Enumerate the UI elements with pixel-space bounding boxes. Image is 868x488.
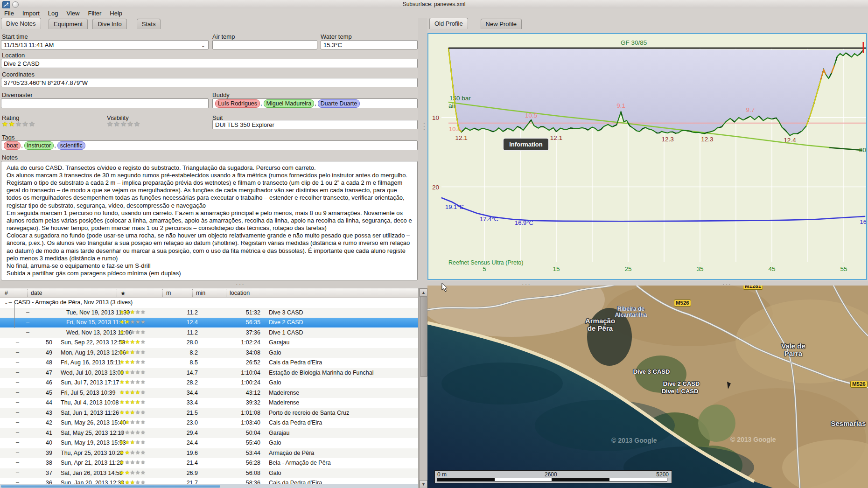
- table-row[interactable]: –48Fri, Aug 16, 2013 15:11★★★★★8.526:52C…: [0, 358, 418, 368]
- horizontal-scrollbar[interactable]: [0, 484, 418, 488]
- cell-duration: 37:36: [210, 329, 260, 336]
- buddy-input[interactable]: Luís Rodrigues,Miguel Madureira,Duarte D…: [212, 98, 418, 108]
- table-row[interactable]: –46Sun, Jul 7, 2013 17:17★★★★★28.21:00:2…: [0, 378, 418, 388]
- column-header-date[interactable]: date: [31, 290, 42, 296]
- tab-stats[interactable]: Stats: [137, 19, 161, 29]
- chevron-down-icon[interactable]: ⌄: [201, 42, 205, 49]
- start-time-input[interactable]: 11/15/13 11:41 AM⌄: [1, 40, 209, 49]
- tab-dive-info[interactable]: Dive Info: [92, 19, 126, 29]
- coordinates-input[interactable]: 37°05'23.460"N 8°20'47.879"W: [1, 78, 418, 87]
- table-row[interactable]: –40Sun, May 19, 2013 15:53★★★★★24.455:40…: [0, 438, 418, 448]
- splitter-handle[interactable]: ···: [236, 280, 245, 288]
- table-row[interactable]: –41Sat, May 25, 2013 12:19★★★★★29.450:04…: [0, 428, 418, 438]
- dive-site-map[interactable]: Armaçãode Pêra Ribeira deAlcantarilha Va…: [427, 286, 868, 488]
- column-separator[interactable]: [117, 289, 117, 297]
- scroll-up-button[interactable]: ▲: [420, 288, 427, 297]
- menu-item-import[interactable]: Import: [18, 8, 44, 18]
- table-row[interactable]: –37Sat, Jan 26, 2013 14:58★★★★★26.956:08…: [0, 468, 418, 478]
- visibility-stars[interactable]: ★★★★★: [107, 120, 140, 128]
- cell-duration: 43:12: [210, 390, 260, 396]
- dive-list-scrollbar[interactable]: ▲ ▼: [419, 288, 428, 488]
- cell-number: 39: [28, 450, 52, 456]
- tab-dive-notes[interactable]: Dive Notes: [1, 18, 41, 29]
- star-empty-icon: ★: [125, 329, 130, 335]
- chip-miguel-madureira[interactable]: Miguel Madureira: [264, 99, 315, 108]
- column-separator[interactable]: [27, 289, 28, 297]
- vertical-splitter[interactable]: [418, 18, 427, 281]
- tags-input[interactable]: boat,instructor,scientific: [1, 140, 418, 150]
- chip-luís-rodrigues[interactable]: Luís Rodrigues: [215, 99, 260, 108]
- table-row[interactable]: –47Wed, Jul 10, 2013 13:09★★★★★14.71:10:…: [0, 368, 418, 378]
- table-row[interactable]: –Tue, Nov 19, 2013 11:39★★★★★11.251:32Di…: [0, 308, 418, 318]
- table-row[interactable]: –Fri, Nov 15, 2013 11:41★★★★★12.456:35Di…: [0, 318, 418, 328]
- information-tooltip[interactable]: Information: [503, 138, 549, 151]
- scroll-down-button[interactable]: ▼: [420, 480, 427, 488]
- star-empty-icon: ★: [135, 429, 140, 436]
- scrollbar-thumb[interactable]: [420, 297, 427, 377]
- temperature-label: 16: [860, 218, 866, 225]
- column-separator[interactable]: [226, 289, 226, 297]
- table-row[interactable]: –50Sun, Sep 22, 2013 12:59★★★★★28.01:02:…: [0, 338, 418, 348]
- menu-item-filter[interactable]: Filter: [84, 8, 105, 18]
- suit-input[interactable]: DUI TLS 350 Explorer: [212, 120, 418, 129]
- column-header-num[interactable]: #: [5, 290, 8, 296]
- location-input[interactable]: Dive 2 CASD: [1, 59, 418, 68]
- dive-list-header[interactable]: #date★mminlocation: [0, 288, 418, 298]
- cell-location: Galo: [269, 349, 281, 356]
- star-filled-icon: ★: [130, 399, 135, 405]
- collapse-arrow-icon[interactable]: ⌄–: [4, 299, 12, 306]
- star-filled-icon: ★: [119, 369, 125, 376]
- group-row[interactable]: ⌄–CASD - Armação de Pêra, Nov 2013 (3 di…: [0, 298, 418, 307]
- star-filled-icon: ★: [125, 449, 130, 456]
- column-header-min[interactable]: min: [196, 290, 205, 296]
- dive-profile-chart[interactable]: 10.8150 barair8019.1°C17.4°C16.9°C16GF 3…: [427, 33, 867, 280]
- tab-equipment[interactable]: Equipment: [49, 19, 88, 29]
- cell-number: 49: [28, 349, 52, 356]
- cell-stars: ★★★★★: [119, 309, 146, 315]
- menu-item-help[interactable]: Help: [105, 8, 126, 18]
- rating-stars[interactable]: ★★★★★: [2, 120, 35, 128]
- menu-item-view[interactable]: View: [63, 8, 84, 18]
- chip-duarte-duarte[interactable]: Duarte Duarte: [318, 99, 360, 108]
- scrollbar-thumb[interactable]: [1, 485, 220, 488]
- water-temp-input[interactable]: 15.3°C: [321, 40, 418, 49]
- column-separator[interactable]: [192, 289, 193, 297]
- table-row[interactable]: –Wed, Nov 13, 2013 11:06★★★★★11.237:36Di…: [0, 328, 418, 338]
- road-badge-m526: M526: [674, 300, 691, 307]
- table-row[interactable]: –38Sun, Apr 21, 2013 11:28★★★★★21.456:28…: [0, 458, 418, 468]
- map-dive2-label: Dive 2 CASD: [658, 380, 705, 387]
- table-row[interactable]: –45Fri, Jul 5, 2013 10:39★★★★★34.443:12M…: [0, 388, 418, 398]
- cell-depth: 26.9: [168, 470, 198, 476]
- cell-location: Garajau: [269, 339, 289, 346]
- table-row[interactable]: –39Thu, Apr 25, 2013 10:28★★★★★19.653:44…: [0, 448, 418, 458]
- column-header-m[interactable]: m: [166, 290, 171, 296]
- cell-number: 42: [28, 419, 52, 426]
- air-temp-input[interactable]: [212, 40, 317, 49]
- column-header-stars[interactable]: ★: [120, 290, 126, 297]
- chip-boat[interactable]: boat: [4, 141, 21, 150]
- menu-item-file[interactable]: File: [0, 8, 18, 18]
- column-separator[interactable]: [162, 289, 163, 297]
- star-empty-icon: ★: [135, 359, 140, 365]
- star-empty-icon: ★: [140, 369, 146, 376]
- table-row[interactable]: –49Mon, Aug 19, 2013 12:06★★★★★8.234:08G…: [0, 348, 418, 358]
- chip-scientific[interactable]: scientific: [57, 141, 85, 150]
- chip-instructor[interactable]: instructor: [24, 141, 54, 150]
- time-axis-tick: 5: [483, 265, 486, 272]
- tab-old-profile[interactable]: Old Profile: [429, 18, 468, 29]
- menu-item-log[interactable]: Log: [44, 8, 63, 18]
- star-empty-icon: ★: [140, 339, 146, 345]
- tree-dash: –: [26, 329, 29, 335]
- table-row[interactable]: –42Sun, May 26, 2013 15:40★★★★★23.01:03:…: [0, 418, 418, 428]
- star-filled-icon: ★: [119, 339, 125, 345]
- dive-list-table: #date★mminlocation ⌄–CASD - Armação de P…: [0, 288, 419, 488]
- cell-stars: ★★★★★: [119, 369, 146, 376]
- table-row[interactable]: –44Thu, Jul 4, 2013 10:08★★★★★33.439:32M…: [0, 398, 418, 408]
- tab-new-profile[interactable]: New Profile: [481, 19, 522, 29]
- cell-date: Thu, Jul 4, 2013 10:08: [61, 399, 119, 406]
- divemaster-input[interactable]: [1, 98, 209, 108]
- star-filled-icon: ★: [119, 449, 125, 456]
- column-header-location[interactable]: location: [230, 290, 250, 296]
- table-row[interactable]: –43Sat, Jun 1, 2013 11:26★★★★★21.51:01:0…: [0, 408, 418, 418]
- notes-input[interactable]: Aula do curso CASD. Transectos c/video e…: [1, 161, 418, 280]
